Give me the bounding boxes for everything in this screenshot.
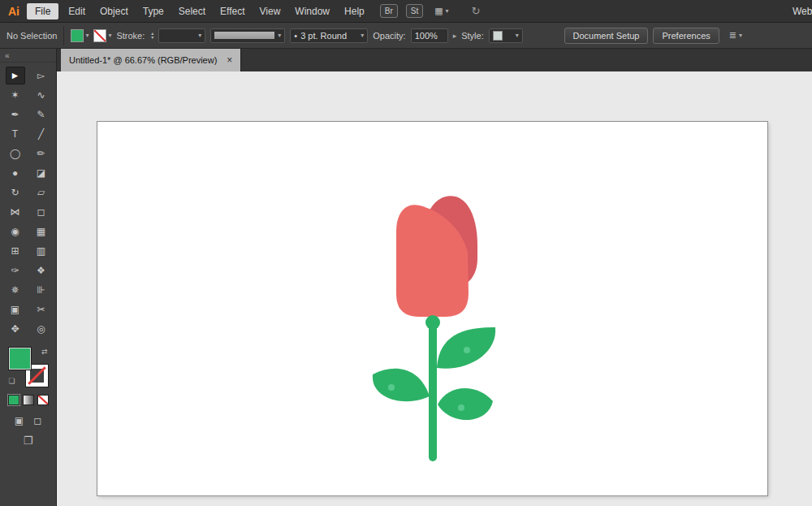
width-tool[interactable]: ⋈ (6, 203, 25, 221)
brush-definition-dropdown[interactable]: • 3 pt. Round ▾ (290, 28, 368, 43)
rose-artwork[interactable] (97, 122, 767, 495)
draw-behind-icon[interactable]: ◻ (33, 415, 41, 426)
eraser-tool[interactable]: ◪ (32, 164, 51, 182)
brush-dot-icon: • (294, 31, 297, 41)
style-label: Style: (461, 31, 484, 41)
eyedropper-tool[interactable]: ✑ (6, 262, 25, 279)
document-tab[interactable]: Untitled-1* @ 66.67% (RGB/Preview) × (61, 49, 241, 71)
fill-color-control[interactable]: ▾ (71, 29, 89, 42)
leaf-highlight (388, 384, 395, 391)
leaf-left[interactable] (373, 369, 430, 401)
opacity-label: Opacity: (373, 31, 405, 41)
close-icon[interactable]: × (227, 54, 232, 66)
document-tab-bar: Untitled-1* @ 66.67% (RGB/Preview) × (57, 49, 812, 71)
spinner-down-icon[interactable]: ▾ (151, 36, 153, 40)
stroke-weight-dropdown[interactable]: ▾ (158, 28, 205, 43)
workspace-grid-icon: ▦ (434, 6, 443, 16)
canvas-pasteboard[interactable] (57, 71, 812, 506)
column-graph-tool[interactable]: ⊪ (32, 281, 51, 299)
tools-collapse-button[interactable]: « (0, 49, 56, 63)
divider (63, 26, 64, 45)
fill-swatch[interactable] (71, 29, 84, 42)
stroke-none-swatch[interactable] (93, 29, 106, 42)
align-options-control[interactable]: ≣ ▾ (729, 30, 742, 41)
gradient-tool[interactable]: ▥ (32, 242, 51, 260)
document-setup-button[interactable]: Document Setup (564, 28, 649, 44)
pencil-tool[interactable]: ✎ (32, 106, 51, 123)
illustrator-window: Ai File Edit Object Type Select Effect V… (0, 0, 812, 506)
stroke-color-control[interactable]: ▾ (93, 29, 111, 42)
stock-button[interactable]: St (406, 4, 423, 18)
menu-type[interactable]: Type (136, 0, 171, 23)
fill-color-swatch[interactable] (9, 348, 31, 370)
fill-stroke-widget: ⇄ ❏ (9, 348, 48, 387)
hand-tool[interactable]: ✥ (6, 320, 25, 338)
sync-icon[interactable]: ↻ (472, 5, 481, 17)
draw-normal-icon[interactable]: ▣ (15, 415, 24, 426)
lasso-tool[interactable]: ∿ (32, 86, 51, 104)
menu-file[interactable]: File (27, 3, 58, 19)
default-fill-stroke-icon[interactable]: ❏ (9, 377, 15, 385)
opacity-input[interactable]: 100% (411, 28, 448, 43)
line-segment-tool[interactable]: ╱ (32, 125, 51, 143)
color-mode-buttons (8, 395, 49, 405)
rotate-tool[interactable]: ↻ (6, 184, 25, 201)
drawing-mode-buttons: ▣ ◻ (15, 415, 41, 426)
gradient-button[interactable] (23, 395, 34, 405)
opacity-value: 100% (415, 31, 438, 41)
workspace-switcher[interactable]: ▦ ▾ (434, 6, 448, 16)
artboard[interactable] (97, 122, 767, 495)
app-logo: Ai (3, 5, 24, 18)
direct-selection-tool[interactable]: ▻ (32, 67, 51, 84)
menu-edit[interactable]: Edit (61, 0, 93, 23)
zoom-tool[interactable]: ◎ (32, 320, 51, 338)
brush-definition-value: 3 pt. Round (300, 31, 357, 41)
menu-select[interactable]: Select (171, 0, 213, 23)
blend-tool[interactable]: ❖ (32, 262, 51, 279)
bridge-button[interactable]: Br (380, 4, 398, 18)
blob-brush-tool[interactable]: ● (6, 164, 25, 182)
color-button[interactable] (8, 395, 19, 405)
leaf-highlight (458, 404, 464, 411)
menubar: Ai File Edit Object Type Select Effect V… (0, 0, 812, 23)
leaf-lower-right[interactable] (438, 388, 493, 420)
scale-tool[interactable]: ▱ (32, 184, 51, 201)
tools-grid: ► ▻ ✶ ∿ ✒ ✎ T ╱ ◯ ✏ ● ◪ ↻ ▱ ⋈ ◻ ◉ ▦ ⊞ ▥ (6, 67, 51, 338)
slice-tool[interactable]: ✂ (32, 301, 51, 318)
none-button[interactable] (37, 395, 49, 405)
document-area: Untitled-1* @ 66.67% (RGB/Preview) × (57, 49, 812, 506)
menu-effect[interactable]: Effect (213, 0, 252, 23)
chevron-down-icon: ▾ (446, 7, 449, 15)
paintbrush-tool[interactable]: ✏ (32, 145, 51, 162)
ellipse-tool[interactable]: ◯ (6, 145, 25, 162)
magic-wand-tool[interactable]: ✶ (6, 86, 25, 104)
artboard-tool[interactable]: ▣ (6, 301, 25, 318)
menu-help[interactable]: Help (337, 0, 372, 23)
perspective-grid-tool[interactable]: ▦ (32, 223, 51, 240)
menu-object[interactable]: Object (93, 0, 136, 23)
symbol-sprayer-tool[interactable]: ✵ (6, 281, 25, 299)
selection-tool[interactable]: ► (6, 67, 25, 84)
menu-window[interactable]: Window (287, 0, 337, 23)
control-bar: No Selection ▾ ▾ Stroke: ▴ ▾ ▾ ▾ • 3 pt.… (0, 23, 812, 49)
align-icon[interactable]: ≣ (729, 30, 736, 41)
opacity-panel-arrow-icon[interactable]: ▸ (453, 32, 457, 40)
preferences-button[interactable]: Preferences (653, 28, 719, 44)
leaf-highlight (464, 347, 470, 353)
screen-mode-icon[interactable]: ❐ (24, 435, 33, 447)
style-dropdown[interactable]: ▾ (489, 28, 523, 43)
rose-stem[interactable] (429, 317, 437, 461)
width-profile-dropdown[interactable]: ▾ (210, 28, 285, 43)
shape-builder-tool[interactable]: ◉ (6, 223, 25, 240)
stroke-weight-stepper[interactable]: ▴ ▾ (151, 32, 153, 40)
mesh-tool[interactable]: ⊞ (6, 242, 25, 260)
workspace-label[interactable]: Web (793, 0, 812, 23)
pen-tool[interactable]: ✒ (6, 106, 25, 123)
chevron-down-icon[interactable]: ▾ (85, 32, 89, 39)
type-tool[interactable]: T (6, 125, 25, 143)
menu-view[interactable]: View (253, 0, 288, 23)
free-transform-tool[interactable]: ◻ (32, 203, 51, 221)
selection-status: No Selection (6, 31, 57, 41)
swap-fill-stroke-icon[interactable]: ⇄ (41, 348, 48, 356)
chevron-down-icon[interactable]: ▾ (108, 32, 111, 39)
